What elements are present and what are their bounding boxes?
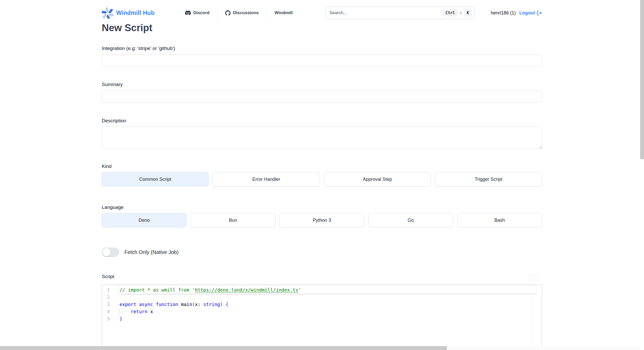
brand-name: Windmill Hub <box>116 10 155 16</box>
code-line[interactable] <box>120 294 542 301</box>
language-option-go[interactable]: Go <box>368 213 453 227</box>
logout-icon <box>537 10 542 16</box>
search-input[interactable] <box>329 10 443 15</box>
discord-icon <box>185 11 191 15</box>
kind-options: Common Script Error Handler Approval Ste… <box>102 172 542 186</box>
summary-input[interactable] <box>102 91 542 103</box>
nav-item-discord-label: Discord <box>193 10 209 15</box>
line-number[interactable]: 1 <box>102 286 117 294</box>
main-nav: Discord Discussions Windmill <box>177 7 300 19</box>
editor-scrollbar-divider <box>531 285 531 350</box>
indent-guide <box>119 308 120 315</box>
nav-item-discussions[interactable]: Discussions <box>217 7 266 19</box>
integration-input[interactable] <box>102 55 542 66</box>
language-option-bash[interactable]: Bash <box>457 213 542 227</box>
logout-label: Logout <box>519 10 535 16</box>
vertical-scrollbar-thumb[interactable] <box>640 0 644 159</box>
user-area: henri186 (1) Logout <box>491 10 542 16</box>
line-number[interactable]: 5 <box>102 315 117 322</box>
nav-item-windmill-label: Windmill <box>275 10 293 15</box>
logout-link[interactable]: Logout <box>519 10 542 16</box>
code-line[interactable]: export async function main(x: string) { <box>120 301 542 308</box>
kind-option-trigger-script[interactable]: Trigger Script <box>435 172 542 186</box>
user-name: henri186 (1) <box>491 10 516 16</box>
toggle-knob <box>103 248 111 256</box>
line-number[interactable]: 4 <box>102 308 117 315</box>
horizontal-scrollbar-thumb[interactable] <box>0 346 447 350</box>
integration-label: Integration (e.g: 'stripe' or 'github') <box>102 45 542 51</box>
kind-option-approval-step[interactable]: Approval Step <box>324 172 431 186</box>
page-container: Windmill Hub Discord Discussions <box>102 0 542 350</box>
language-option-python3[interactable]: Python 3 <box>279 213 364 227</box>
page-title: New Script <box>102 22 542 33</box>
fetch-only-label: Fetch Only (Native Job) <box>124 249 179 255</box>
vertical-scrollbar-track[interactable] <box>640 0 644 350</box>
kbd-plus: + <box>460 11 462 15</box>
fetch-only-row: Fetch Only (Native Job) <box>102 247 542 257</box>
horizontal-scrollbar-track[interactable] <box>0 346 644 350</box>
kind-option-common-script[interactable]: Common Script <box>102 172 209 186</box>
code-line[interactable]: // import * as wmill from 'https://deno.… <box>120 286 542 294</box>
kbd-ctrl: Ctrl <box>443 9 458 16</box>
line-number[interactable]: 3 <box>102 301 117 308</box>
summary-label: Summary <box>102 81 542 87</box>
language-option-deno[interactable]: Deno <box>102 213 187 227</box>
code-line[interactable]: } <box>120 315 542 322</box>
editor-gutter: 12345 <box>102 285 117 350</box>
brand[interactable]: Windmill Hub <box>102 7 155 19</box>
script-row: Script <box>102 274 542 280</box>
script-label: Script <box>102 274 114 279</box>
code-editor[interactable]: 12345 // import * as wmill from 'https:/… <box>102 285 542 350</box>
editor-toggle-pill[interactable] <box>529 275 541 280</box>
windmill-logo-icon <box>102 7 114 19</box>
language-options: Deno Bun Python 3 Go Bash <box>102 213 542 227</box>
kind-option-error-handler[interactable]: Error Handler <box>213 172 320 186</box>
editor-lines[interactable]: // import * as wmill from 'https://deno.… <box>117 285 542 350</box>
line-number[interactable]: 2 <box>102 294 117 301</box>
nav-item-discord[interactable]: Discord <box>177 7 217 19</box>
nav-item-discussions-label: Discussions <box>233 10 259 15</box>
description-textarea[interactable] <box>102 126 542 149</box>
kind-label: Kind <box>102 163 542 169</box>
description-label: Description <box>102 118 542 124</box>
github-icon <box>225 10 231 16</box>
search-box[interactable]: Ctrl + K <box>325 7 475 19</box>
language-label: Language <box>102 204 542 210</box>
header: Windmill Hub Discord Discussions <box>102 0 542 21</box>
kbd-k: K <box>464 9 472 16</box>
code-line[interactable]: return x <box>120 308 542 315</box>
nav-item-windmill[interactable]: Windmill <box>267 7 301 19</box>
fetch-only-toggle[interactable] <box>102 247 119 257</box>
language-option-bun[interactable]: Bun <box>191 213 275 227</box>
